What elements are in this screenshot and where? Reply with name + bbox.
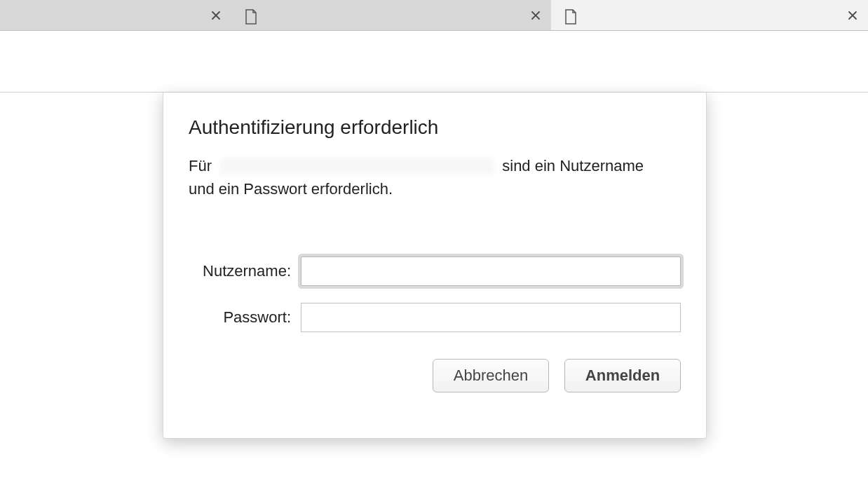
browser-tab-active[interactable]: [551, 0, 868, 30]
username-input[interactable]: [301, 257, 681, 286]
auth-form: Nutzername: Passwort:: [189, 257, 681, 332]
tab-strip: [0, 0, 868, 31]
dialog-actions: Abbrechen Anmelden: [189, 359, 681, 392]
close-icon[interactable]: [530, 10, 541, 21]
username-label: Nutzername:: [189, 262, 301, 280]
username-row: Nutzername:: [189, 257, 681, 286]
browser-toolbar: [0, 31, 868, 93]
page-content: Authentifizierung erforderlich Für sind …: [0, 93, 868, 499]
dialog-title: Authentifizierung erforderlich: [189, 116, 681, 139]
submit-button[interactable]: Anmelden: [564, 359, 681, 392]
dialog-message-line2: und ein Passwort erforderlich.: [189, 177, 393, 200]
dialog-message: Für sind ein Nutzername und ein Passwort…: [189, 154, 681, 200]
password-label: Passwort:: [189, 308, 301, 327]
page-icon: [564, 8, 578, 22]
page-icon: [244, 8, 258, 22]
password-row: Passwort:: [189, 303, 681, 332]
close-icon[interactable]: [847, 10, 858, 21]
auth-dialog: Authentifizierung erforderlich Für sind …: [163, 93, 707, 439]
cancel-button[interactable]: Abbrechen: [433, 359, 549, 392]
close-icon[interactable]: [210, 10, 222, 21]
redacted-url: [220, 158, 494, 175]
browser-tab[interactable]: [231, 0, 551, 30]
password-input[interactable]: [301, 303, 681, 332]
dialog-message-prefix: Für: [189, 154, 216, 177]
dialog-message-suffix1: sind ein Nutzername: [498, 154, 644, 177]
browser-tab[interactable]: [0, 0, 231, 30]
